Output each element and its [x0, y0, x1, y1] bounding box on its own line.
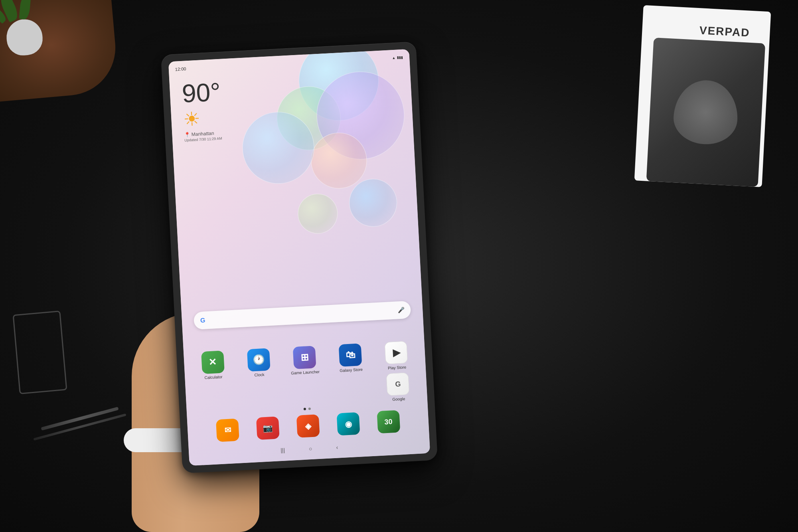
status-icons: ▲ ▮▮▮: [392, 55, 403, 60]
calendar-icon: 30: [377, 410, 400, 433]
apps-container: ✕ Calculator 🕐 Clock ⊞ Game Launcher 🛍 G…: [192, 340, 421, 445]
back-button[interactable]: ‹: [336, 444, 338, 451]
status-time: 12:00: [175, 66, 186, 71]
app-clock[interactable]: 🕐 Clock: [237, 348, 280, 378]
app-galaxy-store[interactable]: 🛍 Galaxy Store: [329, 343, 372, 373]
page-dot-2: [308, 407, 311, 410]
app-google[interactable]: G Google: [377, 372, 419, 402]
box-front: [646, 38, 765, 187]
galaxy-store-label: Galaxy Store: [340, 367, 363, 373]
app-camera[interactable]: 📷: [256, 416, 280, 440]
phone-stand: [13, 310, 67, 394]
location-name: Manhattan: [191, 131, 214, 137]
app-calculator[interactable]: ✕ Calculator: [192, 350, 234, 380]
recents-button[interactable]: |||: [280, 447, 285, 454]
email-icon: ✉: [216, 419, 239, 442]
clock-icon: 🕐: [247, 348, 271, 372]
game-launcher-icon: ⊞: [293, 346, 316, 369]
app-calendar[interactable]: 30: [377, 410, 400, 433]
app-bixby[interactable]: ◉: [336, 412, 360, 436]
game-launcher-label: Game Launcher: [291, 370, 320, 376]
calculator-label: Calculator: [204, 374, 223, 380]
wifi-icon: ▲: [392, 56, 395, 60]
box-brand-logo: VERPAD: [699, 24, 750, 40]
google-logo: G: [200, 317, 205, 324]
calculator-icon: ✕: [201, 350, 225, 374]
product-box-area: VERPAD: [622, 4, 771, 203]
camera-icon: 📷: [256, 416, 280, 440]
clock-label: Clock: [254, 372, 265, 377]
app-game-launcher[interactable]: ⊞ Game Launcher: [283, 345, 326, 376]
play-store-icon: ▶: [385, 341, 408, 364]
page-dot-active: [304, 408, 306, 410]
battery-icon: ▮▮▮: [397, 55, 403, 60]
bixby-icon: ◉: [336, 412, 360, 436]
pay-icon: ◈: [296, 414, 320, 438]
app-email[interactable]: ✉: [216, 419, 239, 442]
g-blue: G: [200, 317, 205, 324]
galaxy-store-icon: 🛍: [339, 343, 362, 367]
tablet-screen: 12:00 ▲ ▮▮▮ 90° ☀ 📍 Manhattan Updated 7/…: [168, 49, 430, 466]
bubble-7: [297, 193, 339, 235]
play-store-label: Play Store: [388, 365, 407, 370]
leaf-2: [19, 0, 31, 20]
location-dot: 📍: [184, 132, 190, 138]
google-label: Google: [392, 397, 405, 402]
weather-sun-icon: ☀: [183, 103, 280, 130]
google-icon: G: [386, 372, 410, 396]
box-product-image: [672, 79, 739, 146]
mic-icon[interactable]: 🎤: [397, 307, 405, 313]
home-button[interactable]: ○: [309, 445, 312, 452]
plant-leaves: [0, 2, 46, 38]
app-pay[interactable]: ◈: [296, 414, 320, 438]
weather-temperature: 90°: [181, 76, 278, 106]
app-play-store[interactable]: ▶ Play Store: [375, 340, 418, 371]
tablet-device: 12:00 ▲ ▮▮▮ 90° ☀ 📍 Manhattan Updated 7/…: [161, 42, 438, 473]
bubble-6: [348, 178, 398, 228]
weather-widget: 90° ☀ 📍 Manhattan Updated 7/30 11:29 AM: [181, 76, 280, 142]
